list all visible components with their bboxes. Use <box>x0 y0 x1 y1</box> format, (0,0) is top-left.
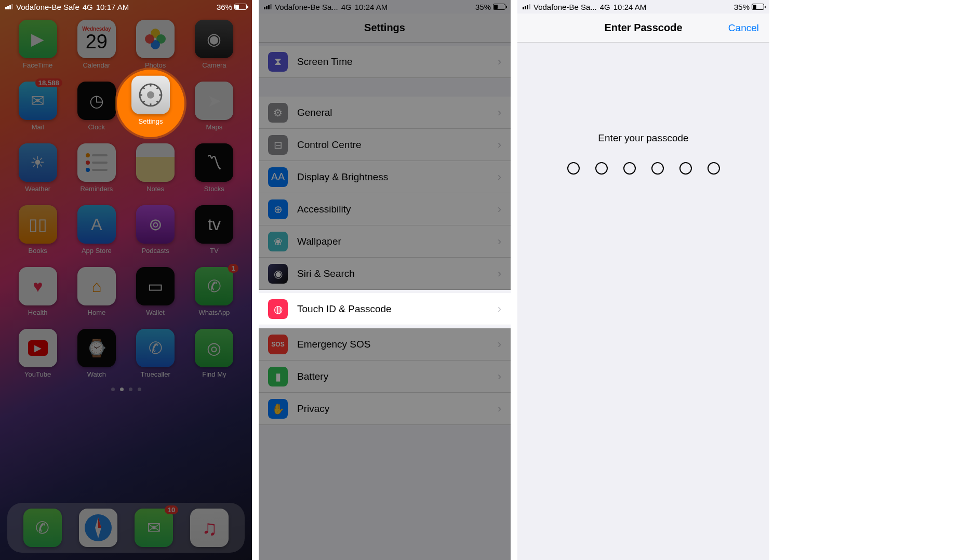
status-bar: Vodafone-Be Safe 4G 10:17 AM 36% <box>0 0 252 14</box>
settings-row-touch-id-passcode[interactable]: ◍Touch ID & Passcode› <box>259 293 511 325</box>
ri-wallpaper-icon: ❀ <box>268 232 288 251</box>
row-label: Wallpaper <box>297 236 498 247</box>
row-label: Screen Time <box>297 56 498 68</box>
passcode-dot <box>623 162 636 175</box>
chevron-right-icon: › <box>498 302 501 316</box>
battery-icon <box>752 4 764 10</box>
chevron-right-icon: › <box>498 235 501 248</box>
network-label: 4G <box>600 3 610 11</box>
settings-icon <box>131 76 170 114</box>
settings-row-display-brightness[interactable]: AADisplay & Brightness› <box>259 161 511 193</box>
row-label: Touch ID & Passcode <box>297 303 498 315</box>
passcode-prompt: Enter your passcode <box>517 132 769 144</box>
settings-list[interactable]: ⧗Screen Time›⚙General›⊟Control Centre›AA… <box>259 43 511 560</box>
ri-accessibility-icon: ⊕ <box>268 199 288 219</box>
status-bar: Vodafone-Be Sa... 4G 10:24 AM 35% <box>517 0 769 14</box>
ri-screentime-icon: ⧗ <box>268 52 288 72</box>
ri-siri-icon: ◉ <box>268 264 288 284</box>
chevron-right-icon: › <box>498 338 501 351</box>
passcode-dot <box>595 162 608 175</box>
passcode-title: Enter Passcode <box>604 22 682 34</box>
passcode-nav: Enter Passcode Cancel <box>517 14 769 43</box>
chevron-right-icon: › <box>498 203 501 216</box>
settings-row-wallpaper[interactable]: ❀Wallpaper› <box>259 225 511 258</box>
row-label: Battery <box>297 371 498 382</box>
settings-highlight: Settings <box>117 70 184 137</box>
chevron-right-icon: › <box>498 106 501 119</box>
chevron-right-icon: › <box>498 267 501 281</box>
app-label: Settings <box>139 117 163 125</box>
ri-battery-icon: ▮ <box>268 367 288 386</box>
home-screen-panel: Vodafone-Be Safe 4G 10:17 AM 36% ▶FaceTi… <box>0 0 252 560</box>
cancel-button[interactable]: Cancel <box>728 22 759 34</box>
status-bar: Vodafone-Be Sa... 4G 10:24 AM 35% <box>259 0 511 14</box>
ri-general-icon: ⚙ <box>268 103 288 123</box>
clock-label: 10:24 AM <box>355 3 388 11</box>
settings-row-accessibility[interactable]: ⊕Accessibility› <box>259 193 511 225</box>
carrier-label: Vodafone-Be Sa... <box>275 3 338 11</box>
chevron-right-icon: › <box>498 402 501 416</box>
ri-cc-icon: ⊟ <box>268 135 288 155</box>
settings-row-general[interactable]: ⚙General› <box>259 97 511 129</box>
passcode-dot <box>679 162 692 175</box>
battery-icon <box>493 4 505 10</box>
svg-point-8 <box>147 91 154 99</box>
battery-icon <box>234 4 247 10</box>
passcode-dot <box>708 162 720 175</box>
ri-display-icon: AA <box>268 167 288 187</box>
network-label: 4G <box>83 3 93 11</box>
app-settings[interactable]: Settings <box>131 76 170 125</box>
row-label: Emergency SOS <box>297 339 498 350</box>
passcode-dot <box>567 162 580 175</box>
ri-privacy-icon: ✋ <box>268 399 288 419</box>
settings-row-siri-search[interactable]: ◉Siri & Search› <box>259 258 511 290</box>
row-label: Control Centre <box>297 139 498 151</box>
row-label: General <box>297 107 498 118</box>
signal-icon <box>523 4 530 9</box>
settings-row-emergency-sos[interactable]: SOSEmergency SOS› <box>259 328 511 361</box>
passcode-dot <box>651 162 664 175</box>
row-label: Display & Brightness <box>297 171 498 183</box>
passcode-panel: Vodafone-Be Sa... 4G 10:24 AM 35% Enter … <box>517 0 769 560</box>
row-label: Siri & Search <box>297 268 498 279</box>
battery-percent: 35% <box>734 3 750 11</box>
settings-panel: Vodafone-Be Sa... 4G 10:24 AM 35% Settin… <box>259 0 511 560</box>
passcode-dots <box>517 162 769 175</box>
carrier-label: Vodafone-Be Sa... <box>533 3 597 11</box>
network-label: 4G <box>341 3 352 11</box>
clock-label: 10:24 AM <box>613 3 646 11</box>
carrier-label: Vodafone-Be Safe <box>16 3 79 11</box>
chevron-right-icon: › <box>498 370 501 383</box>
settings-row-control-centre[interactable]: ⊟Control Centre› <box>259 129 511 161</box>
signal-icon <box>264 4 272 9</box>
signal-icon <box>5 4 13 9</box>
row-label: Privacy <box>297 403 498 415</box>
ri-sos-icon: SOS <box>268 335 288 354</box>
battery-percent: 36% <box>217 3 232 11</box>
settings-row-screen-time[interactable]: ⧗Screen Time› <box>259 46 511 78</box>
chevron-right-icon: › <box>498 55 501 69</box>
settings-row-battery[interactable]: ▮Battery› <box>259 361 511 393</box>
chevron-right-icon: › <box>498 138 501 152</box>
settings-row-privacy[interactable]: ✋Privacy› <box>259 393 511 425</box>
chevron-right-icon: › <box>498 170 501 184</box>
nav-title: Settings <box>364 22 405 34</box>
clock-label: 10:17 AM <box>96 3 129 11</box>
battery-percent: 35% <box>475 3 491 11</box>
row-label: Accessibility <box>297 204 498 215</box>
ri-touchid-icon: ◍ <box>268 299 288 319</box>
nav-bar: Settings <box>259 14 511 43</box>
